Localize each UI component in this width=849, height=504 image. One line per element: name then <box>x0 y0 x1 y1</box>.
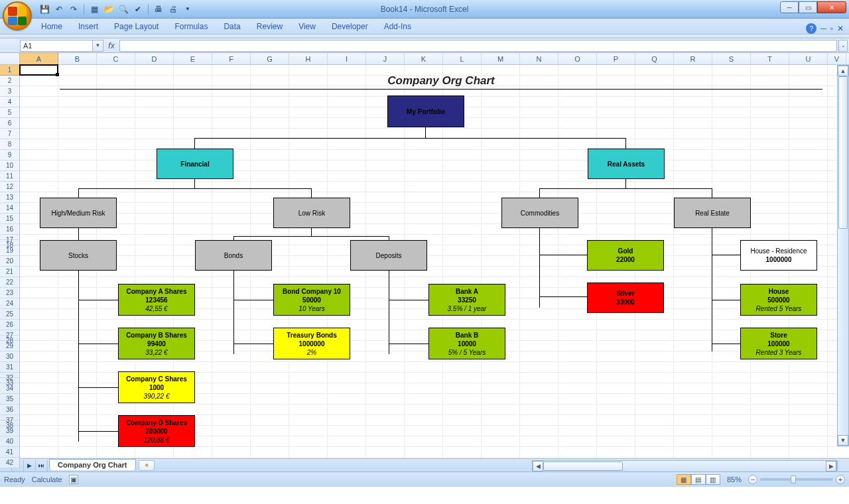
row-header[interactable]: 3 <box>0 86 19 97</box>
name-box[interactable]: A1 <box>20 40 93 52</box>
column-headers[interactable]: A B C D E F G H I J K L M N O P Q R S T … <box>0 53 849 65</box>
row-header[interactable]: 12 <box>0 182 19 192</box>
col-header[interactable]: Q <box>635 53 674 64</box>
row-header[interactable]: 7 <box>0 129 19 139</box>
row-header[interactable]: 27 <box>0 330 19 336</box>
row-header[interactable]: 8 <box>0 139 19 150</box>
row-header[interactable]: 28 <box>0 336 19 341</box>
undo-icon[interactable]: ↶ <box>53 3 65 15</box>
print-icon[interactable]: 🖨 <box>167 3 179 15</box>
help-icon[interactable]: ? <box>806 23 816 34</box>
formula-input[interactable] <box>119 40 837 52</box>
row-header[interactable]: 24 <box>0 298 19 309</box>
col-header[interactable]: I <box>328 53 366 64</box>
col-header[interactable]: S <box>712 53 751 64</box>
col-header[interactable]: P <box>597 53 635 64</box>
col-header[interactable]: C <box>97 53 135 64</box>
zoom-slider[interactable] <box>760 478 833 481</box>
maximize-button[interactable]: ▭ <box>799 1 817 13</box>
col-header[interactable]: K <box>405 53 443 64</box>
row-header[interactable]: 20 <box>0 256 19 267</box>
tab-add-ins[interactable]: Add-Ins <box>376 19 419 34</box>
col-header[interactable]: M <box>482 53 520 64</box>
row-header[interactable]: 5 <box>0 107 19 118</box>
row-header[interactable]: 13 <box>0 192 19 203</box>
row-headers[interactable]: 1234567891011121314151617181920212223242… <box>0 65 20 468</box>
row-header[interactable]: 16 <box>0 224 19 235</box>
row-header[interactable]: 4 <box>0 97 19 107</box>
col-header[interactable]: R <box>674 53 712 64</box>
last-sheet-icon[interactable]: ⏭ <box>36 460 48 472</box>
col-header[interactable]: J <box>366 53 405 64</box>
new-sheet-icon[interactable]: ✶ <box>139 460 155 471</box>
scroll-right-icon[interactable]: ▶ <box>826 461 836 472</box>
tab-insert[interactable]: Insert <box>70 19 106 34</box>
row-header[interactable]: 39 <box>0 426 19 436</box>
row-header[interactable]: 14 <box>0 203 19 214</box>
row-header[interactable]: 25 <box>0 309 19 320</box>
scroll-thumb[interactable] <box>543 462 623 471</box>
save-icon[interactable]: 💾 <box>38 3 50 15</box>
name-box-dropdown-icon[interactable]: ▼ <box>93 40 103 52</box>
close-workbook-icon[interactable]: ✕ <box>837 24 844 33</box>
row-header[interactable]: 26 <box>0 320 19 330</box>
page-break-view-icon[interactable]: ▥ <box>706 474 720 485</box>
vertical-scrollbar[interactable]: ▲ ▼ <box>837 65 849 446</box>
qat-dropdown-icon[interactable]: ▼ <box>182 3 194 15</box>
zoom-thumb[interactable] <box>791 475 796 483</box>
row-header[interactable]: 31 <box>0 362 19 373</box>
tab-home[interactable]: Home <box>33 19 70 34</box>
quick-print-icon[interactable]: 🖶 <box>153 3 164 15</box>
row-header[interactable]: 41 <box>0 447 19 458</box>
row-header[interactable]: 38 <box>0 420 19 426</box>
next-sheet-icon[interactable]: ▶ <box>24 460 36 472</box>
col-header[interactable]: L <box>443 53 482 64</box>
row-header[interactable]: 35 <box>0 394 19 405</box>
row-header[interactable]: 11 <box>0 171 19 182</box>
print-preview-icon[interactable]: 🔍 <box>117 3 129 15</box>
col-header[interactable]: D <box>135 53 174 64</box>
col-header[interactable]: A <box>20 53 58 64</box>
row-header[interactable]: 19 <box>0 245 19 256</box>
close-button[interactable]: ✕ <box>817 1 846 13</box>
row-header[interactable]: 37 <box>0 415 19 420</box>
row-header[interactable]: 9 <box>0 150 19 160</box>
row-header[interactable]: 23 <box>0 288 19 298</box>
tab-page-layout[interactable]: Page Layout <box>106 19 166 34</box>
col-header[interactable]: E <box>174 53 212 64</box>
row-header[interactable]: 40 <box>0 436 19 447</box>
col-header[interactable]: T <box>751 53 789 64</box>
row-header[interactable]: 21 <box>0 267 19 277</box>
tab-view[interactable]: View <box>291 19 324 34</box>
scroll-left-icon[interactable]: ◀ <box>533 461 543 472</box>
scroll-down-icon[interactable]: ▼ <box>838 435 848 446</box>
row-header[interactable]: 42 <box>0 458 19 468</box>
row-header[interactable]: 36 <box>0 405 19 415</box>
minimize-ribbon-icon[interactable]: ─ <box>820 24 826 33</box>
new-icon[interactable]: ▦ <box>88 3 100 15</box>
row-header[interactable]: 17 <box>0 235 19 240</box>
restore-window-icon[interactable]: ▫ <box>830 24 833 33</box>
expand-formula-bar-icon[interactable]: ⌄ <box>838 40 848 52</box>
row-header[interactable]: 2 <box>0 76 19 86</box>
tab-formulas[interactable]: Formulas <box>166 19 216 34</box>
sheet-tab-active[interactable]: Company Org Chart <box>49 459 136 470</box>
col-header[interactable]: G <box>251 53 289 64</box>
row-header[interactable]: 15 <box>0 214 19 224</box>
open-icon[interactable]: 📂 <box>103 3 115 15</box>
row-header[interactable]: 6 <box>0 118 19 129</box>
cell-area[interactable]: Company Org Chart <box>20 65 849 458</box>
col-header[interactable]: U <box>789 53 828 64</box>
zoom-in-icon[interactable]: + <box>836 475 845 484</box>
page-layout-view-icon[interactable]: ▤ <box>691 474 706 485</box>
tab-review[interactable]: Review <box>249 19 291 34</box>
row-header[interactable]: 30 <box>0 351 19 362</box>
row-header[interactable]: 33 <box>0 378 19 383</box>
row-header[interactable]: 1 <box>0 65 19 76</box>
office-button[interactable] <box>3 1 32 31</box>
select-all-corner[interactable] <box>0 53 20 64</box>
col-header[interactable]: N <box>520 53 558 64</box>
redo-icon[interactable]: ↷ <box>68 3 80 15</box>
macro-record-icon[interactable]: ▣ <box>69 475 78 484</box>
col-header[interactable]: O <box>558 53 597 64</box>
